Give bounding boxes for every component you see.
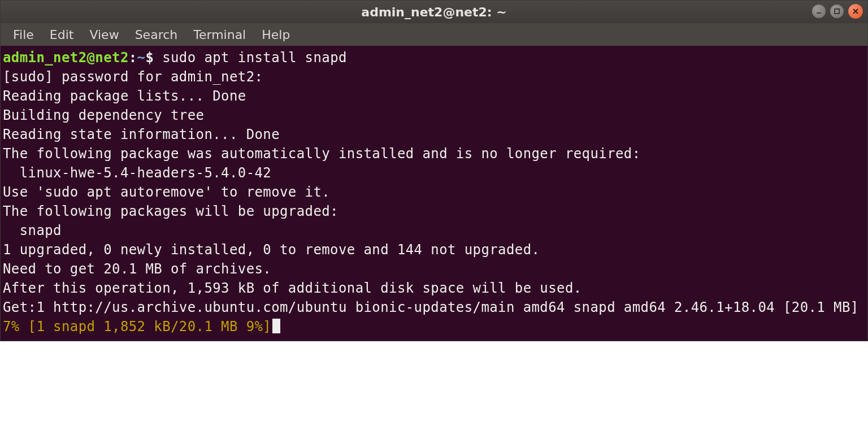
menu-edit[interactable]: Edit xyxy=(43,25,81,44)
menu-view[interactable]: View xyxy=(83,25,125,44)
output-line: snapd xyxy=(3,221,865,240)
terminal-window: admin_net2@net2: ~ File Edit View Search… xyxy=(0,0,868,341)
window-controls xyxy=(812,4,863,19)
output-line: Building dependency tree xyxy=(3,106,865,125)
progress-line: 7% [1 snapd 1,852 kB/20.1 MB 9%] xyxy=(3,317,865,336)
output-line: [sudo] password for admin_net2: xyxy=(3,67,865,86)
titlebar: admin_net2@net2: ~ xyxy=(1,1,867,23)
menu-search[interactable]: Search xyxy=(128,25,185,44)
output-line: linux-hwe-5.4-headers-5.4.0-42 xyxy=(3,163,865,182)
prompt-colon: : xyxy=(129,50,137,66)
output-line: 1 upgraded, 0 newly installed, 0 to remo… xyxy=(3,240,865,259)
minimize-icon xyxy=(815,8,822,15)
menu-file[interactable]: File xyxy=(6,25,41,44)
svg-rect-1 xyxy=(835,9,839,14)
close-button[interactable] xyxy=(848,4,863,19)
output-line: Use 'sudo apt autoremove' to remove it. xyxy=(3,182,865,202)
cursor xyxy=(272,319,280,333)
command-text: sudo apt install snapd xyxy=(162,50,347,66)
output-line: After this operation, 1,593 kB of additi… xyxy=(3,279,865,298)
prompt-path: ~ xyxy=(137,50,146,66)
output-line: Reading package lists... Done xyxy=(3,86,865,106)
download-progress: 7% [1 snapd 1,852 kB/20.1 MB 9%] xyxy=(3,319,271,334)
output-line: Get:1 http://us.archive.ubuntu.com/ubunt… xyxy=(3,298,865,317)
close-icon xyxy=(852,8,859,15)
output-line: Reading state information... Done xyxy=(3,125,865,144)
menubar: File Edit View Search Terminal Help xyxy=(1,23,867,46)
output-line: The following package was automatically … xyxy=(3,144,865,163)
prompt-line: admin_net2@net2:~$ sudo apt install snap… xyxy=(3,48,865,67)
minimize-button[interactable] xyxy=(812,5,826,18)
output-line: The following packages will be upgraded: xyxy=(3,202,865,221)
prompt-sigil: $ xyxy=(145,50,162,66)
terminal-body[interactable]: admin_net2@net2:~$ sudo apt install snap… xyxy=(1,46,867,341)
menu-terminal[interactable]: Terminal xyxy=(186,25,253,44)
svg-rect-0 xyxy=(817,12,821,14)
prompt-user-host: admin_net2@net2 xyxy=(3,50,129,66)
menu-help[interactable]: Help xyxy=(255,25,297,44)
maximize-icon xyxy=(834,8,840,15)
window-title: admin_net2@net2: ~ xyxy=(361,5,506,19)
output-line: Need to get 20.1 MB of archives. xyxy=(3,259,865,279)
maximize-button[interactable] xyxy=(830,5,844,18)
